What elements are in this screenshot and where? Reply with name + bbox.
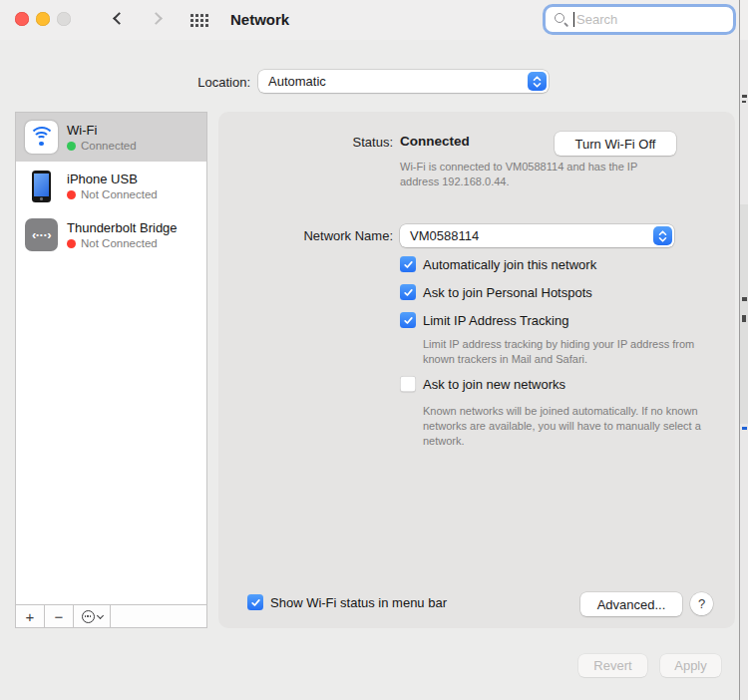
wifi-icon	[25, 121, 58, 154]
checkbox-label: Ask to join Personal Hotspots	[423, 285, 592, 300]
search-input[interactable]: Search	[543, 4, 736, 35]
checkbox-row-menu-bar: Show Wi-Fi status in menu bar	[247, 594, 447, 610]
status-dot-green	[67, 142, 76, 151]
iphone-icon	[25, 170, 58, 202]
chevron-left-icon	[113, 12, 126, 25]
apply-button[interactable]: Apply	[660, 654, 721, 677]
add-interface-button[interactable]: +	[16, 605, 45, 627]
help-button[interactable]: ?	[690, 592, 713, 615]
network-name-label: Network Name:	[218, 228, 393, 243]
revert-button[interactable]: Revert	[578, 654, 647, 677]
limit-ip-description: Limit IP address tracking by hiding your…	[423, 337, 714, 367]
advanced-button[interactable]: Advanced...	[580, 592, 682, 616]
text-cursor	[573, 12, 574, 27]
location-select[interactable]: Automatic	[258, 70, 549, 93]
occluded-window-edge	[739, 0, 748, 700]
interface-list-toolbar: + −	[16, 604, 206, 627]
status-label: Status:	[218, 135, 393, 150]
checkbox-label: Automatically join this network	[423, 257, 596, 272]
title-bar: Network Search	[0, 0, 748, 40]
checkbox-row-limit-ip: Limit IP Address Tracking	[400, 312, 568, 328]
checkbox-row-personal-hotspots: Ask to join Personal Hotspots	[400, 284, 592, 300]
checkbox-personal-hotspots[interactable]	[400, 284, 416, 300]
search-icon	[554, 12, 568, 27]
search-placeholder: Search	[576, 12, 617, 27]
location-label: Location:	[120, 75, 250, 90]
minimize-button[interactable]	[36, 12, 50, 26]
checkbox-auto-join[interactable]	[400, 256, 416, 272]
show-all-grid-icon[interactable]	[190, 14, 208, 27]
zoom-button[interactable]	[57, 12, 71, 26]
chevron-down-icon	[96, 611, 103, 618]
chevron-right-icon	[150, 12, 163, 25]
location-value: Automatic	[258, 74, 326, 89]
status-description: Wi-Fi is connected to VM0588114 and has …	[400, 160, 667, 189]
ask-new-networks-description: Known networks will be joined automatica…	[423, 404, 740, 449]
checkbox-label: Show Wi-Fi status in menu bar	[270, 595, 447, 610]
stepper-icon	[653, 226, 672, 245]
close-button[interactable]	[15, 12, 29, 26]
ellipsis-circle-icon	[82, 610, 95, 623]
checkbox-limit-ip-tracking[interactable]	[400, 312, 416, 328]
status-dot-red	[67, 239, 76, 248]
network-name-value: VM0588114	[400, 228, 479, 243]
interface-name: Thunderbolt Bridge	[67, 220, 178, 236]
sidebar-item-wifi[interactable]: Wi-Fi Connected	[16, 113, 206, 162]
window-title: Network	[230, 11, 289, 28]
interface-status: Connected	[81, 140, 137, 152]
forward-button[interactable]	[152, 14, 163, 25]
interface-status: Not Connected	[81, 188, 158, 200]
checkbox-ask-new-networks[interactable]	[400, 376, 416, 392]
thunderbolt-bridge-icon: ‹···›	[25, 218, 58, 251]
wifi-settings-panel: Status: Connected Turn Wi-Fi Off Wi-Fi i…	[218, 112, 735, 628]
more-options-button[interactable]	[74, 605, 111, 627]
stepper-icon	[528, 72, 547, 91]
turn-wifi-off-button[interactable]: Turn Wi-Fi Off	[555, 132, 676, 156]
sidebar-item-thunderbolt-bridge[interactable]: ‹···› Thunderbolt Bridge Not Connected	[16, 210, 206, 259]
network-name-select[interactable]: VM0588114	[400, 224, 674, 247]
interface-name: Wi-Fi	[67, 123, 137, 139]
checkbox-show-wifi-menu-bar[interactable]	[247, 594, 263, 610]
checkbox-label: Limit IP Address Tracking	[423, 313, 568, 328]
checkbox-label: Ask to join new networks	[423, 377, 565, 392]
toolbar-spacer	[111, 605, 206, 627]
status-value: Connected	[400, 134, 470, 149]
network-preferences-window: Network Search Location: Automatic Wi-Fi	[0, 0, 748, 700]
remove-interface-button[interactable]: −	[45, 605, 74, 627]
status-dot-red	[67, 190, 76, 199]
interface-list: Wi-Fi Connected iPhone USB Not Connected	[15, 112, 207, 628]
sidebar-item-iphone-usb[interactable]: iPhone USB Not Connected	[16, 162, 206, 210]
checkbox-row-ask-new-networks: Ask to join new networks	[400, 376, 565, 392]
interface-name: iPhone USB	[67, 172, 158, 187]
interface-status: Not Connected	[81, 237, 158, 249]
checkbox-row-auto-join: Automatically join this network	[400, 256, 596, 272]
back-button[interactable]	[112, 14, 123, 25]
